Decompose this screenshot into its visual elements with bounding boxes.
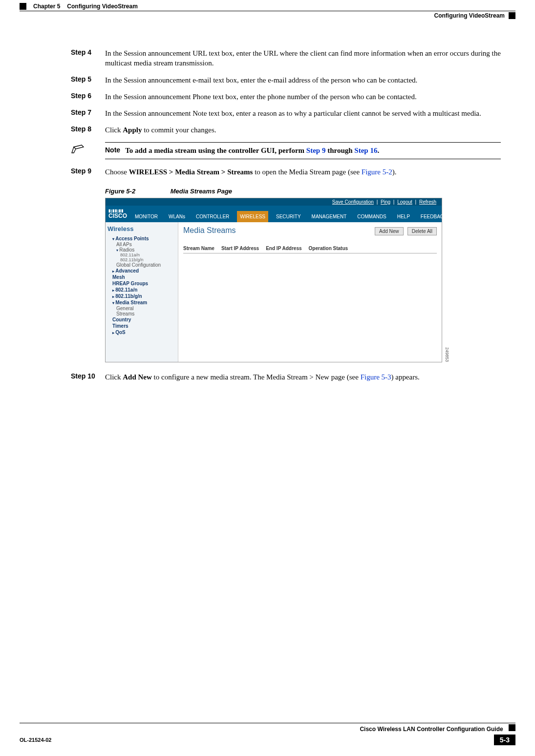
col-end-ip: End IP Address (266, 246, 301, 251)
screenshot-media-streams: Save Configuration | Ping | Logout | Ref… (105, 198, 442, 362)
step-label: Step 9 (71, 167, 105, 177)
header-marker-left (20, 3, 26, 10)
step-text: In the Session announcement e-mail text … (105, 75, 501, 85)
link-figure-5-3[interactable]: Figure 5-3 (361, 373, 391, 381)
sidebar-item-streams[interactable]: Streams (107, 311, 176, 316)
footer-doc-id: OL-21524-02 (20, 737, 51, 743)
text: Click (105, 373, 123, 381)
sidebar-item-general[interactable]: General (107, 306, 176, 311)
screenshot-topbar: Save Configuration | Ping | Logout | Ref… (106, 198, 442, 206)
col-operation-status: Operation Status (309, 246, 348, 251)
text: Choose (105, 168, 129, 176)
step-label: Step 10 (71, 372, 105, 382)
chapter-title: Configuring VideoStream (67, 3, 137, 10)
step-6: Step 6 In the Session announcement Phone… (71, 92, 501, 102)
note-block: Note To add a media stream using the con… (71, 142, 501, 159)
sidebar-item-timers[interactable]: Timers (107, 323, 176, 329)
tab-wireless[interactable]: WIRELESS (237, 211, 268, 222)
bold-text: Apply (123, 126, 142, 134)
sidebar-item-advanced[interactable]: Advanced (107, 268, 176, 274)
text: To add a media stream using the controll… (125, 147, 306, 154)
step-label: Step 7 (71, 108, 105, 118)
step-text: In the Session announcement Phone text b… (105, 92, 501, 102)
note-rule (105, 142, 501, 143)
tab-commands[interactable]: COMMANDS (354, 211, 389, 222)
refresh-link[interactable]: Refresh (419, 199, 436, 205)
tab-security[interactable]: SECURITY (273, 211, 304, 222)
sidebar-item-qos[interactable]: QoS (107, 329, 176, 336)
step-text: Choose WIRELESS > Media Stream > Streams… (105, 167, 501, 177)
sidebar-item-media-stream[interactable]: Media Stream (107, 299, 176, 306)
sidebar-item-802-11a-n[interactable]: 802.11a/n (107, 287, 176, 293)
step-label: Step 5 (71, 75, 105, 85)
text: . (377, 147, 379, 154)
step-text: In the Session announcement URL text box… (105, 48, 501, 68)
chapter-number: Chapter 5 (33, 3, 60, 10)
page-header: Chapter 5 Configuring VideoStream Config… (20, 0, 515, 19)
tab-controller[interactable]: CONTROLLER (193, 211, 232, 222)
header-marker-right (509, 12, 515, 19)
figure-caption: Figure 5-2 Media Streams Page (105, 188, 501, 195)
note-text: To add a media stream using the controll… (125, 146, 379, 156)
step-label: Step 4 (71, 48, 105, 68)
sidebar-item-hreap[interactable]: HREAP Groups (107, 280, 176, 287)
step-9: Step 9 Choose WIRELESS > Media Stream > … (71, 167, 501, 177)
tab-feedback[interactable]: FEEDBACK (418, 211, 450, 222)
link-step16[interactable]: Step 16 (354, 147, 377, 154)
page: Chapter 5 Configuring VideoStream Config… (0, 0, 535, 756)
link-step9[interactable]: Step 9 (306, 147, 326, 154)
brand-text: CISCO (108, 212, 127, 219)
step-5: Step 5 In the Session announcement e-mai… (71, 75, 501, 85)
pencil-icon (71, 144, 86, 154)
screenshot-main: Media Streams Add New Delete All Stream … (178, 222, 442, 362)
sidebar-item-global-config[interactable]: Global Configuration (107, 262, 176, 268)
footer-page-number: 5-3 (494, 735, 515, 745)
screenshot-menubar: ▮|▮▮|▮▮ CISCO MONITOR WLANs CONTROLLER W… (106, 206, 442, 222)
sidebar-item-802-11b[interactable]: 802.11b/g/n (107, 257, 176, 262)
tab-wlans[interactable]: WLANs (166, 211, 188, 222)
sidebar-item-802-11a[interactable]: 802.11a/n (107, 252, 176, 257)
delete-all-button[interactable]: Delete All (407, 227, 437, 235)
text: through (325, 147, 354, 154)
section-title: Configuring VideoStream (434, 12, 505, 19)
figure-title: Media Streams Page (171, 188, 232, 195)
text: ) appears. (391, 373, 420, 381)
note-icon-wrap (71, 142, 105, 156)
step-text: Click Add New to configure a new media s… (105, 372, 501, 382)
text: to open the Media Stream page (see (253, 168, 361, 176)
link-figure-5-2[interactable]: Figure 5-2 (362, 168, 392, 176)
sidebar-item-access-points[interactable]: Access Points (107, 235, 176, 242)
step-7: Step 7 In the Session announcement Note … (71, 108, 501, 118)
screenshot-body: Wireless Access Points All APs Radios 80… (106, 222, 442, 362)
cisco-logo: ▮|▮▮|▮▮ CISCO (108, 210, 127, 222)
step-label: Step 6 (71, 92, 105, 102)
sidebar-item-country[interactable]: Country (107, 316, 176, 323)
step-8: Step 8 Click Apply to commit your change… (71, 125, 501, 135)
footer-rule (20, 723, 515, 723)
header-rule (20, 11, 515, 11)
save-config-link[interactable]: Save Configuration (332, 199, 374, 205)
text: to configure a new media stream. The Med… (152, 373, 361, 381)
footer-marker (509, 724, 515, 731)
add-new-button[interactable]: Add New (375, 227, 404, 235)
step-10: Step 10 Click Add New to configure a new… (71, 372, 501, 382)
tab-help[interactable]: HELP (394, 211, 413, 222)
step-label: Step 8 (71, 125, 105, 135)
col-start-ip: Start IP Address (221, 246, 259, 251)
tab-management[interactable]: MANAGEMENT (309, 211, 350, 222)
note-label: Note (105, 146, 120, 156)
screenshot-sidebar: Wireless Access Points All APs Radios 80… (106, 222, 178, 362)
sidebar-item-all-aps[interactable]: All APs (107, 242, 176, 247)
sidebar-item-802-11b-g-n[interactable]: 802.11b/g/n (107, 293, 176, 299)
bold-text: WIRELESS > Media Stream > Streams (129, 168, 253, 176)
content-area: Step 4 In the Session announcement URL t… (71, 48, 501, 382)
ping-link[interactable]: Ping (381, 199, 390, 205)
tab-monitor[interactable]: MONITOR (132, 211, 161, 222)
main-title: Media Streams (183, 226, 236, 235)
sidebar-item-mesh[interactable]: Mesh (107, 274, 176, 280)
logout-link[interactable]: Logout (397, 199, 412, 205)
sidebar-item-radios[interactable]: Radios (107, 247, 176, 252)
col-stream-name: Stream Name (183, 246, 214, 251)
page-footer: Cisco Wireless LAN Controller Configurat… (20, 723, 515, 745)
figure-id: 249853 (445, 347, 449, 362)
